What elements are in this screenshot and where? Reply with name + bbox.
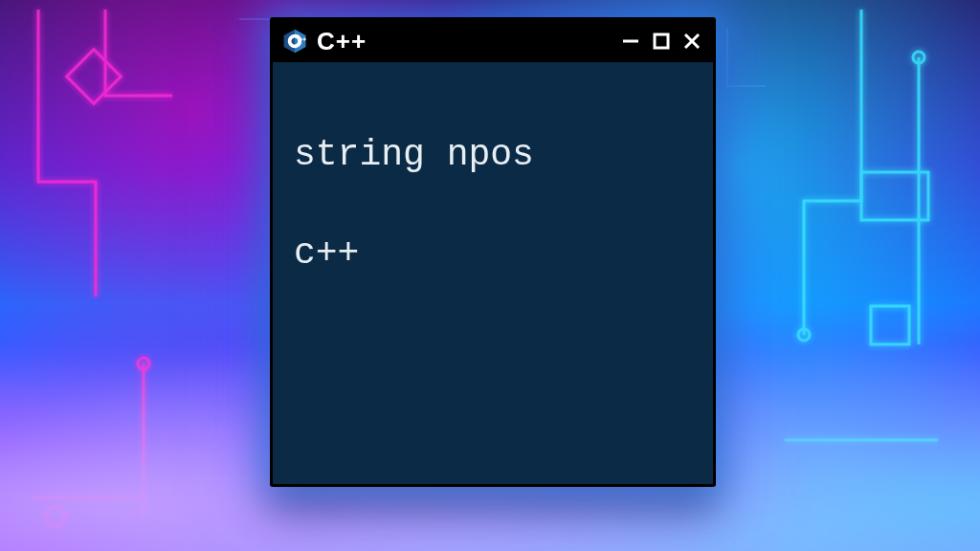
maximize-button[interactable] — [652, 32, 671, 51]
scene-background: C++ string npos c++ — [0, 0, 980, 551]
code-line-2: c++ — [294, 229, 692, 277]
svg-rect-10 — [301, 37, 301, 40]
svg-rect-0 — [67, 50, 122, 104]
code-line-1: string npos — [294, 130, 692, 179]
cpp-icon — [282, 29, 307, 54]
minimize-button[interactable] — [621, 32, 640, 51]
svg-rect-12 — [304, 37, 305, 40]
svg-rect-3 — [861, 172, 928, 220]
window-title: C++ — [317, 27, 367, 56]
window-controls — [621, 32, 703, 51]
titlebar[interactable]: C++ — [273, 20, 713, 62]
svg-point-5 — [913, 52, 924, 63]
terminal-content: string npos c++ — [273, 62, 713, 345]
close-button[interactable] — [682, 32, 702, 51]
svg-rect-14 — [655, 34, 668, 48]
terminal-window: C++ string npos c++ — [270, 17, 716, 487]
